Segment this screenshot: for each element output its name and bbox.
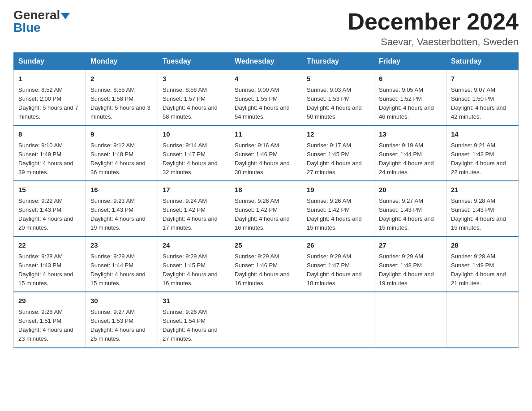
day-number: 27 bbox=[379, 240, 442, 251]
day-number: 15 bbox=[18, 185, 81, 195]
calendar-cell: 10 Sunrise: 9:14 AMSunset: 1:47 PMDaylig… bbox=[158, 125, 230, 181]
calendar-cell: 29 Sunrise: 9:28 AMSunset: 1:51 PMDaylig… bbox=[14, 292, 86, 347]
col-header-wednesday: Wednesday bbox=[230, 53, 302, 70]
day-info: Sunrise: 9:26 AMSunset: 1:42 PMDaylight:… bbox=[307, 197, 369, 233]
calendar-cell bbox=[446, 292, 519, 347]
calendar-cell: 25 Sunrise: 9:29 AMSunset: 1:46 PMDaylig… bbox=[230, 236, 302, 292]
day-info: Sunrise: 9:29 AMSunset: 1:44 PMDaylight:… bbox=[90, 252, 153, 288]
day-number: 17 bbox=[163, 185, 225, 195]
day-number: 7 bbox=[451, 74, 514, 84]
day-info: Sunrise: 9:12 AMSunset: 1:48 PMDaylight:… bbox=[90, 141, 153, 177]
day-number: 23 bbox=[90, 240, 153, 251]
day-info: Sunrise: 9:19 AMSunset: 1:44 PMDaylight:… bbox=[379, 141, 442, 177]
calendar-cell: 28 Sunrise: 9:28 AMSunset: 1:49 PMDaylig… bbox=[446, 236, 519, 292]
day-info: Sunrise: 8:55 AMSunset: 1:58 PMDaylight:… bbox=[90, 86, 153, 122]
calendar-cell: 18 Sunrise: 9:26 AMSunset: 1:42 PMDaylig… bbox=[230, 181, 302, 236]
day-info: Sunrise: 9:28 AMSunset: 1:43 PMDaylight:… bbox=[18, 252, 81, 288]
day-info: Sunrise: 9:28 AMSunset: 1:51 PMDaylight:… bbox=[18, 308, 81, 344]
day-info: Sunrise: 9:22 AMSunset: 1:43 PMDaylight:… bbox=[18, 197, 81, 233]
day-number: 13 bbox=[379, 129, 442, 140]
calendar-cell: 4 Sunrise: 9:00 AMSunset: 1:55 PMDayligh… bbox=[230, 70, 302, 126]
calendar-cell: 21 Sunrise: 9:28 AMSunset: 1:43 PMDaylig… bbox=[446, 181, 519, 236]
header-row: SundayMondayTuesdayWednesdayThursdayFrid… bbox=[14, 53, 519, 70]
day-number: 14 bbox=[451, 129, 514, 140]
day-info: Sunrise: 9:10 AMSunset: 1:49 PMDaylight:… bbox=[18, 141, 81, 177]
day-number: 22 bbox=[18, 240, 81, 251]
subtitle: Saevar, Vaesterbotten, Sweden bbox=[348, 36, 519, 48]
day-number: 1 bbox=[18, 74, 81, 84]
calendar-cell: 2 Sunrise: 8:55 AMSunset: 1:58 PMDayligh… bbox=[86, 70, 158, 126]
day-info: Sunrise: 9:17 AMSunset: 1:45 PMDaylight:… bbox=[307, 141, 369, 177]
day-info: Sunrise: 9:21 AMSunset: 1:43 PMDaylight:… bbox=[451, 141, 514, 177]
day-number: 21 bbox=[451, 185, 514, 195]
calendar-cell: 23 Sunrise: 9:29 AMSunset: 1:44 PMDaylig… bbox=[86, 236, 158, 292]
col-header-friday: Friday bbox=[374, 53, 446, 70]
day-number: 3 bbox=[163, 74, 225, 84]
calendar-cell: 12 Sunrise: 9:17 AMSunset: 1:45 PMDaylig… bbox=[302, 125, 374, 181]
day-number: 2 bbox=[90, 74, 153, 84]
day-number: 8 bbox=[18, 129, 81, 140]
calendar-cell bbox=[302, 292, 374, 347]
calendar-cell: 17 Sunrise: 9:24 AMSunset: 1:42 PMDaylig… bbox=[158, 181, 230, 236]
calendar-cell: 27 Sunrise: 9:29 AMSunset: 1:48 PMDaylig… bbox=[374, 236, 446, 292]
day-info: Sunrise: 9:26 AMSunset: 1:42 PMDaylight:… bbox=[235, 197, 297, 233]
week-row-5: 29 Sunrise: 9:28 AMSunset: 1:51 PMDaylig… bbox=[14, 292, 519, 347]
calendar-cell: 16 Sunrise: 9:23 AMSunset: 1:43 PMDaylig… bbox=[86, 181, 158, 236]
day-info: Sunrise: 8:52 AMSunset: 2:00 PMDaylight:… bbox=[18, 86, 81, 122]
calendar-table: SundayMondayTuesdayWednesdayThursdayFrid… bbox=[13, 52, 519, 348]
day-number: 20 bbox=[379, 185, 442, 195]
day-number: 18 bbox=[235, 185, 297, 195]
col-header-tuesday: Tuesday bbox=[158, 53, 230, 70]
day-info: Sunrise: 9:24 AMSunset: 1:42 PMDaylight:… bbox=[163, 197, 225, 233]
day-number: 28 bbox=[451, 240, 514, 251]
day-number: 26 bbox=[307, 240, 369, 251]
day-info: Sunrise: 9:07 AMSunset: 1:50 PMDaylight:… bbox=[451, 86, 514, 122]
day-number: 19 bbox=[307, 185, 369, 195]
day-info: Sunrise: 9:28 AMSunset: 1:49 PMDaylight:… bbox=[451, 252, 514, 288]
calendar-cell: 11 Sunrise: 9:16 AMSunset: 1:46 PMDaylig… bbox=[230, 125, 302, 181]
day-number: 11 bbox=[235, 129, 297, 140]
day-info: Sunrise: 9:29 AMSunset: 1:45 PMDaylight:… bbox=[163, 252, 225, 288]
day-info: Sunrise: 9:05 AMSunset: 1:52 PMDaylight:… bbox=[379, 86, 442, 122]
day-number: 30 bbox=[90, 296, 153, 306]
day-info: Sunrise: 9:23 AMSunset: 1:43 PMDaylight:… bbox=[90, 197, 153, 233]
day-info: Sunrise: 9:29 AMSunset: 1:48 PMDaylight:… bbox=[379, 252, 442, 288]
logo-line1: General bbox=[13, 9, 70, 21]
calendar-cell: 20 Sunrise: 9:27 AMSunset: 1:43 PMDaylig… bbox=[374, 181, 446, 236]
logo-line2: Blue bbox=[13, 21, 41, 34]
day-info: Sunrise: 9:00 AMSunset: 1:55 PMDaylight:… bbox=[235, 86, 297, 122]
col-header-thursday: Thursday bbox=[302, 53, 374, 70]
calendar-cell: 15 Sunrise: 9:22 AMSunset: 1:43 PMDaylig… bbox=[14, 181, 86, 236]
day-number: 25 bbox=[235, 240, 297, 251]
day-number: 29 bbox=[18, 296, 81, 306]
calendar-cell: 19 Sunrise: 9:26 AMSunset: 1:42 PMDaylig… bbox=[302, 181, 374, 236]
day-info: Sunrise: 9:16 AMSunset: 1:46 PMDaylight:… bbox=[235, 141, 297, 177]
col-header-sunday: Sunday bbox=[14, 53, 86, 70]
calendar-cell: 26 Sunrise: 9:29 AMSunset: 1:47 PMDaylig… bbox=[302, 236, 374, 292]
col-header-monday: Monday bbox=[86, 53, 158, 70]
day-number: 5 bbox=[307, 74, 369, 84]
week-row-1: 1 Sunrise: 8:52 AMSunset: 2:00 PMDayligh… bbox=[14, 70, 519, 126]
day-info: Sunrise: 9:03 AMSunset: 1:53 PMDaylight:… bbox=[307, 86, 369, 122]
calendar-cell bbox=[230, 292, 302, 347]
day-number: 9 bbox=[90, 129, 153, 140]
day-number: 6 bbox=[379, 74, 442, 84]
day-info: Sunrise: 9:14 AMSunset: 1:47 PMDaylight:… bbox=[163, 141, 225, 177]
calendar-cell: 1 Sunrise: 8:52 AMSunset: 2:00 PMDayligh… bbox=[14, 70, 86, 126]
calendar-cell: 30 Sunrise: 9:27 AMSunset: 1:53 PMDaylig… bbox=[86, 292, 158, 347]
title-block: December 2024 Saevar, Vaesterbotten, Swe… bbox=[348, 9, 519, 48]
day-info: Sunrise: 9:26 AMSunset: 1:54 PMDaylight:… bbox=[163, 308, 225, 344]
calendar-cell bbox=[374, 292, 446, 347]
day-number: 16 bbox=[90, 185, 153, 195]
calendar-cell: 24 Sunrise: 9:29 AMSunset: 1:45 PMDaylig… bbox=[158, 236, 230, 292]
calendar-cell: 13 Sunrise: 9:19 AMSunset: 1:44 PMDaylig… bbox=[374, 125, 446, 181]
calendar-cell: 22 Sunrise: 9:28 AMSunset: 1:43 PMDaylig… bbox=[14, 236, 86, 292]
day-number: 4 bbox=[235, 74, 297, 84]
logo-triangle-icon bbox=[61, 13, 70, 19]
main-title: December 2024 bbox=[348, 9, 519, 34]
week-row-2: 8 Sunrise: 9:10 AMSunset: 1:49 PMDayligh… bbox=[14, 125, 519, 181]
calendar-cell: 14 Sunrise: 9:21 AMSunset: 1:43 PMDaylig… bbox=[446, 125, 519, 181]
day-info: Sunrise: 9:29 AMSunset: 1:46 PMDaylight:… bbox=[235, 252, 297, 288]
calendar-cell: 9 Sunrise: 9:12 AMSunset: 1:48 PMDayligh… bbox=[86, 125, 158, 181]
calendar-cell: 6 Sunrise: 9:05 AMSunset: 1:52 PMDayligh… bbox=[374, 70, 446, 126]
